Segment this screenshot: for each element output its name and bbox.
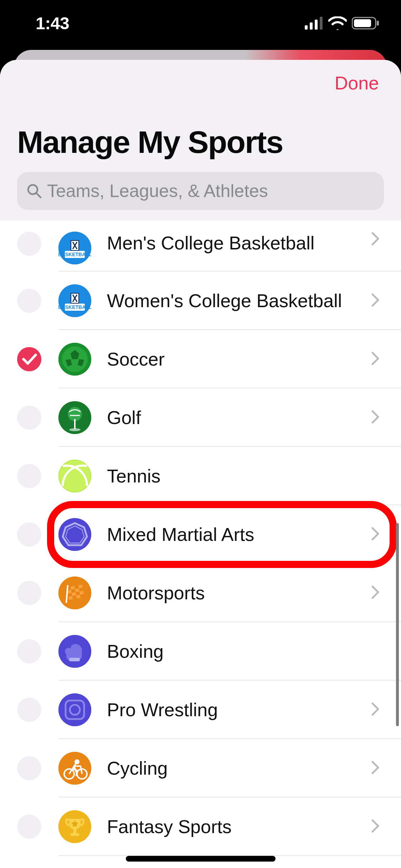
svg-rect-5 [354, 19, 371, 27]
sport-label: Motorsports [107, 582, 370, 604]
add-sport-button[interactable] [17, 405, 41, 430]
sport-label: Cycling [107, 758, 370, 779]
chevron-right-icon [370, 232, 381, 247]
home-indicator [126, 856, 276, 862]
sport-row-fantasy-sports[interactable]: Fantasy Sports [0, 797, 401, 856]
sport-label: Boxing [107, 641, 381, 662]
sport-label: Mixed Martial Arts [107, 524, 370, 545]
chevron-right-icon [370, 351, 381, 367]
sport-label: Men's College Basketball [107, 232, 370, 254]
svg-rect-3 [320, 17, 323, 30]
sport-row-mixed-martial-arts[interactable]: Mixed Martial Arts [0, 505, 401, 564]
svg-line-8 [36, 193, 41, 197]
golf-icon [58, 401, 91, 434]
sport-row-motorsports[interactable]: Motorsports [0, 564, 401, 622]
sport-label: Fantasy Sports [107, 816, 370, 837]
search-input[interactable] [47, 181, 375, 201]
sport-label: Golf [107, 407, 370, 428]
chevron-right-icon [370, 760, 381, 776]
add-sport-button[interactable] [17, 232, 41, 256]
add-sport-button[interactable] [17, 698, 41, 722]
chevron-right-icon [370, 702, 381, 718]
sport-label: Tennis [107, 465, 381, 487]
add-sport-button[interactable] [17, 522, 41, 547]
sport-label: Soccer [107, 348, 370, 370]
battery-icon [352, 16, 380, 30]
sport-row-soccer[interactable]: Soccer [0, 330, 401, 388]
sport-row-pro-wrestling[interactable]: Pro Wrestling [0, 681, 401, 739]
add-sport-button[interactable] [17, 815, 41, 839]
svg-rect-2 [315, 20, 318, 30]
ncaa-basketball-icon [58, 284, 91, 317]
done-button[interactable]: Done [335, 72, 379, 94]
sport-row-tennis[interactable]: Tennis [0, 447, 401, 505]
wifi-icon [328, 16, 347, 30]
search-field[interactable] [17, 172, 384, 210]
cycling-icon [58, 752, 91, 785]
sport-label: Women's College Basketball [107, 290, 370, 311]
tennis-icon [58, 460, 91, 492]
ncaa-basketball-icon [58, 232, 91, 264]
status-bar: 1:43 [0, 0, 401, 46]
sport-row-golf[interactable]: Golf [0, 388, 401, 447]
add-sport-button[interactable] [17, 756, 41, 780]
svg-rect-6 [377, 21, 379, 26]
add-sport-button[interactable] [17, 639, 41, 663]
chevron-right-icon [370, 585, 381, 601]
screen: 1:43 Done Manage My Sports Men's College… [0, 0, 401, 868]
page-title: Manage My Sports [17, 126, 384, 159]
mma-icon [58, 518, 91, 551]
sheet-header: Done Manage My Sports [0, 60, 401, 221]
sport-row-boxing[interactable]: Boxing [0, 622, 401, 681]
chevron-right-icon [370, 819, 381, 835]
sports-list[interactable]: Men's College BasketballWomen's College … [0, 230, 401, 868]
status-time: 1:43 [36, 14, 69, 33]
add-sport-button[interactable] [17, 464, 41, 488]
cellular-icon [305, 17, 323, 30]
chevron-right-icon [370, 527, 381, 542]
chevron-right-icon [370, 410, 381, 425]
wrestling-icon [58, 693, 91, 726]
soccer-icon [58, 343, 91, 376]
boxing-icon [58, 635, 91, 668]
remove-sport-button[interactable] [17, 347, 41, 371]
sport-label: Pro Wrestling [107, 699, 370, 720]
svg-rect-1 [310, 22, 313, 30]
trophy-icon [58, 810, 91, 843]
modal-sheet: Done Manage My Sports Men's College Bask… [0, 60, 401, 868]
add-sport-button[interactable] [17, 289, 41, 313]
flag-icon [58, 577, 91, 609]
search-icon [26, 183, 42, 199]
sport-row-mens-college-basketball[interactable]: Men's College Basketball [0, 230, 401, 272]
status-indicators [305, 16, 380, 30]
svg-rect-0 [305, 25, 308, 30]
sport-row-cycling[interactable]: Cycling [0, 739, 401, 797]
add-sport-button[interactable] [17, 581, 41, 605]
scroll-indicator [396, 523, 399, 726]
chevron-right-icon [370, 293, 381, 309]
sport-row-womens-college-basketball[interactable]: Women's College Basketball [0, 272, 401, 330]
